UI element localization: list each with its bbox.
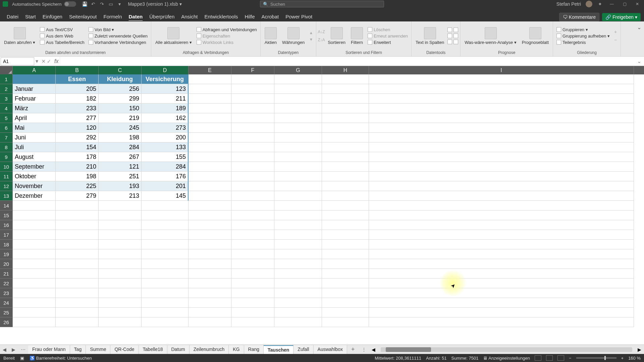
cell-B22[interactable]: [56, 279, 99, 288]
cell-F3[interactable]: [231, 94, 274, 104]
name-box[interactable]: [1, 57, 34, 65]
row-header-11[interactable]: 11: [0, 172, 13, 181]
cell-E23[interactable]: [189, 288, 231, 298]
cell-C23[interactable]: [99, 288, 142, 298]
formula-expand-icon[interactable]: ⌄: [634, 58, 644, 64]
row-header-4[interactable]: 4: [0, 104, 13, 113]
cell-A26[interactable]: [13, 317, 56, 327]
cell-F9[interactable]: [231, 152, 274, 162]
cell-B1[interactable]: Essen: [56, 74, 99, 84]
add-sheet-button[interactable]: +: [347, 346, 359, 353]
cell-F22[interactable]: [231, 279, 274, 288]
cell-E7[interactable]: [189, 133, 231, 142]
cell-G2[interactable]: [274, 84, 322, 94]
close-button[interactable]: ✕: [633, 1, 641, 7]
column-header-H[interactable]: H: [322, 66, 369, 74]
cell-A1[interactable]: [13, 74, 56, 84]
row-header-2[interactable]: 2: [0, 84, 13, 94]
cell-B13[interactable]: 279: [56, 191, 99, 201]
cell-G3[interactable]: [274, 94, 322, 104]
cell-F23[interactable]: [231, 288, 274, 298]
formula-input[interactable]: [60, 57, 634, 65]
cell-F2[interactable]: [231, 84, 274, 94]
cell-C11[interactable]: 251: [99, 172, 142, 181]
sheet-tab-kg[interactable]: KG: [229, 345, 244, 354]
cell-G25[interactable]: [274, 308, 322, 317]
sheet-next-icon[interactable]: ▶: [9, 347, 18, 352]
cell-H23[interactable]: [322, 288, 369, 298]
cell-H19[interactable]: [322, 249, 369, 259]
cell-C14[interactable]: [99, 201, 142, 210]
cell-E8[interactable]: [189, 142, 231, 152]
cell-A8[interactable]: Juli: [13, 142, 56, 152]
cell-H11[interactable]: [322, 172, 369, 181]
sheet-tab-summe[interactable]: Summe: [86, 345, 110, 354]
cell-D9[interactable]: 155: [142, 152, 189, 162]
normal-view-icon[interactable]: [535, 355, 541, 361]
zoom-level[interactable]: 160 %: [628, 356, 641, 361]
cell-A15[interactable]: [13, 210, 56, 220]
cell-I2[interactable]: [369, 84, 634, 94]
cell-A5[interactable]: April: [13, 113, 56, 123]
cell-A25[interactable]: [13, 308, 56, 317]
cell-B21[interactable]: [56, 269, 99, 279]
cell-I21[interactable]: [369, 269, 634, 279]
cell-H17[interactable]: [322, 230, 369, 240]
cell-F21[interactable]: [231, 269, 274, 279]
cell-E16[interactable]: [189, 220, 231, 230]
row-header-6[interactable]: 6: [0, 123, 13, 133]
cell-G7[interactable]: [274, 133, 322, 142]
text-to-columns-button[interactable]: Text in Spalten: [414, 26, 446, 46]
cell-F12[interactable]: [231, 181, 274, 191]
cell-H5[interactable]: [322, 113, 369, 123]
sheet-tab-tauschen[interactable]: Tauschen: [264, 345, 293, 354]
show-detail-icon[interactable]: +: [612, 29, 619, 35]
cell-E17[interactable]: [189, 230, 231, 240]
cell-I6[interactable]: [369, 123, 634, 133]
cell-B12[interactable]: 225: [56, 181, 99, 191]
search-box[interactable]: 🔍 Suchen: [260, 1, 384, 7]
sheet-tab-auswahlbox[interactable]: Auswahlbox: [314, 345, 347, 354]
qat-more-icon[interactable]: ▾: [116, 1, 122, 7]
comments-button[interactable]: 🗨 Kommentare: [559, 13, 599, 21]
menu-tab-überprüfen[interactable]: Überprüfen: [146, 12, 178, 21]
cell-C3[interactable]: 299: [99, 94, 142, 104]
ungroup-button[interactable]: Gruppierung aufheben ▾: [555, 33, 611, 39]
cell-C24[interactable]: [99, 298, 142, 308]
cell-I13[interactable]: [369, 191, 634, 201]
sheet-prev-icon[interactable]: ◀: [0, 347, 9, 352]
cell-H26[interactable]: [322, 317, 369, 327]
cell-E4[interactable]: [189, 104, 231, 113]
cell-H15[interactable]: [322, 210, 369, 220]
cell-A24[interactable]: [13, 298, 56, 308]
column-header-A[interactable]: A: [13, 66, 56, 74]
row-header-17[interactable]: 17: [0, 230, 13, 240]
row-header-12[interactable]: 12: [0, 181, 13, 191]
cell-H4[interactable]: [322, 104, 369, 113]
cell-C13[interactable]: 213: [99, 191, 142, 201]
currencies-button[interactable]: Währungen: [280, 26, 307, 46]
cell-F7[interactable]: [231, 133, 274, 142]
cell-B2[interactable]: 205: [56, 84, 99, 94]
avatar-icon[interactable]: [586, 1, 592, 7]
cell-F19[interactable]: [231, 249, 274, 259]
cell-C19[interactable]: [99, 249, 142, 259]
cell-D4[interactable]: 189: [142, 104, 189, 113]
cell-I17[interactable]: [369, 230, 634, 240]
existing-connections[interactable]: Vorhandene Verbindungen: [87, 40, 149, 45]
sheet-tab-qr-code[interactable]: QR-Code: [110, 345, 139, 354]
menu-tab-seitenlayout[interactable]: Seitenlayout: [66, 12, 100, 21]
cell-B5[interactable]: 277: [56, 113, 99, 123]
cell-B14[interactable]: [56, 201, 99, 210]
column-header-C[interactable]: C: [99, 66, 142, 74]
cell-H1[interactable]: [322, 74, 369, 84]
sheet-tab-tag[interactable]: Tag: [70, 345, 86, 354]
cell-H16[interactable]: [322, 220, 369, 230]
cell-F11[interactable]: [231, 172, 274, 181]
cell-H20[interactable]: [322, 259, 369, 269]
row-header-16[interactable]: 16: [0, 220, 13, 230]
row-header-14[interactable]: 14: [0, 201, 13, 210]
cell-C16[interactable]: [99, 220, 142, 230]
cell-D11[interactable]: 176: [142, 172, 189, 181]
cell-C25[interactable]: [99, 308, 142, 317]
